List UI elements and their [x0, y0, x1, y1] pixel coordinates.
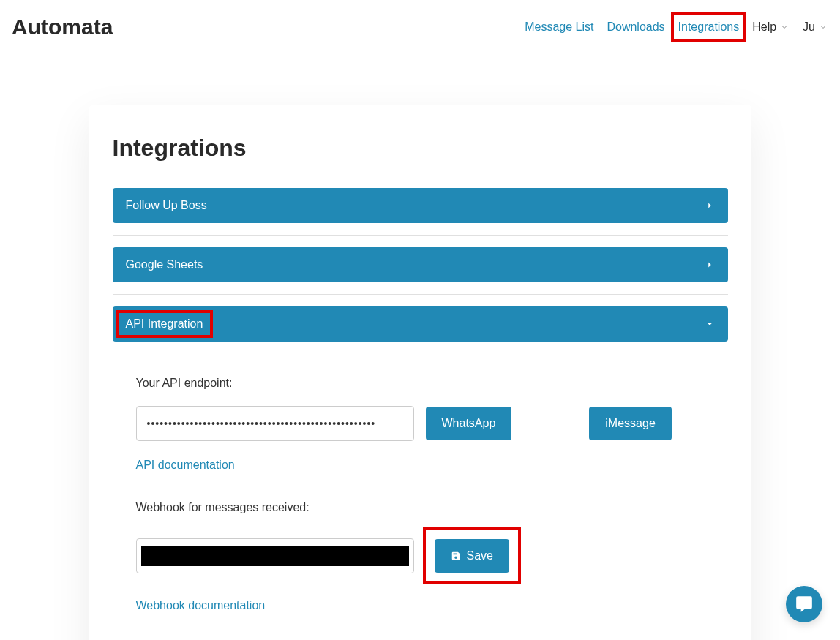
chevron-down-icon — [818, 22, 828, 32]
whatsapp-button[interactable]: WhatsApp — [426, 407, 512, 440]
nav-user-label: Ju — [803, 20, 815, 34]
main-card: Integrations Follow Up Boss Google Sheet… — [89, 105, 751, 640]
api-endpoint-input[interactable] — [136, 406, 414, 441]
save-icon — [451, 551, 461, 561]
nav-user-dropdown[interactable]: Ju — [803, 20, 828, 34]
accordion-google-sheets: Google Sheets — [113, 247, 728, 295]
chevron-down-icon — [779, 22, 790, 32]
nav-message-list[interactable]: Message List — [525, 20, 593, 34]
api-endpoint-row: WhatsApp iMessage — [136, 406, 705, 441]
accordion-header-google-sheets[interactable]: Google Sheets — [113, 247, 728, 282]
nav-help-dropdown[interactable]: Help — [752, 20, 790, 34]
api-endpoint-label: Your API endpoint: — [136, 377, 705, 390]
accordion-label: Google Sheets — [126, 258, 203, 271]
accordion-label: Follow Up Boss — [126, 199, 207, 212]
chevron-right-icon — [705, 200, 715, 211]
nav-integrations[interactable]: Integrations — [678, 19, 740, 35]
api-integration-body: Your API endpoint: WhatsApp iMessage API… — [113, 342, 728, 640]
imessage-button[interactable]: iMessage — [589, 407, 671, 440]
save-button[interactable]: Save — [435, 539, 509, 573]
webhook-redacted-value — [141, 546, 409, 566]
webhook-label: Webhook for messages received: — [136, 501, 705, 514]
webhook-row: Save — [136, 530, 705, 581]
top-nav: Message List Downloads Integrations Help… — [525, 19, 828, 35]
save-button-label: Save — [467, 549, 493, 562]
api-documentation-link[interactable]: API documentation — [136, 459, 235, 472]
chat-icon — [795, 595, 814, 614]
accordion-header-follow-up-boss[interactable]: Follow Up Boss — [113, 188, 728, 223]
header: Automata Message List Downloads Integrat… — [0, 0, 840, 54]
webhook-input[interactable] — [136, 538, 414, 573]
logo: Automata — [12, 15, 113, 39]
nav-help-label: Help — [752, 20, 776, 34]
accordion-api-integration: API Integration Your API endpoint: Whats… — [113, 306, 728, 640]
chat-widget-button[interactable] — [786, 586, 822, 622]
chevron-down-icon — [705, 319, 715, 329]
save-button-highlight: Save — [426, 530, 518, 581]
nav-downloads[interactable]: Downloads — [607, 20, 664, 34]
accordion-label: API Integration — [120, 315, 209, 334]
webhook-documentation-link[interactable]: Webhook documentation — [136, 599, 266, 612]
accordion-follow-up-boss: Follow Up Boss — [113, 188, 728, 236]
accordion-header-api-integration[interactable]: API Integration — [113, 306, 728, 342]
page-title: Integrations — [113, 135, 728, 162]
chevron-right-icon — [705, 260, 715, 270]
